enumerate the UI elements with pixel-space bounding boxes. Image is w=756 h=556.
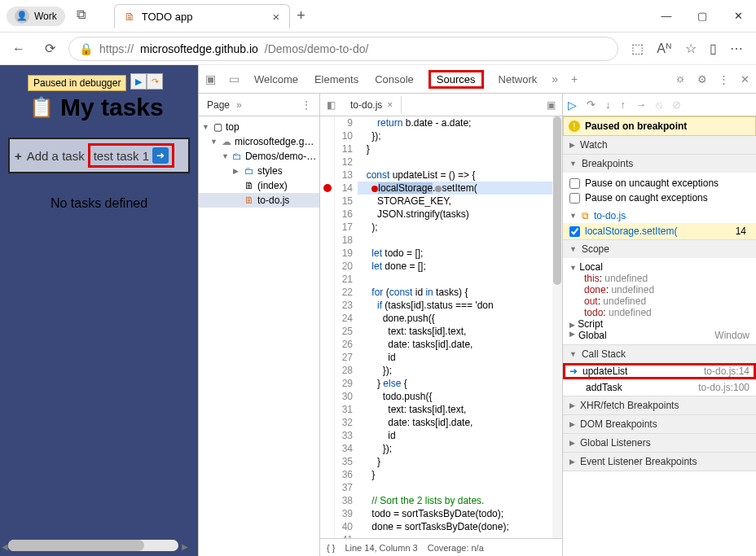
cursor-position: Line 14, Column 3 xyxy=(345,543,417,553)
step-over-icon[interactable]: ↷ xyxy=(147,73,163,90)
more-nav-tabs-icon[interactable]: » xyxy=(236,99,242,111)
url-field[interactable]: 🔒 https://microsoftedge.github.io/Demos/… xyxy=(68,37,618,61)
devtools: ▣ ▭ Welcome Elements Console Sources Net… xyxy=(198,65,756,556)
paused-badge: Paused in debugger xyxy=(28,75,126,91)
resume-icon[interactable]: ▶ xyxy=(130,73,147,90)
more-icon[interactable]: ⋯ xyxy=(730,41,743,56)
close-icon[interactable]: × xyxy=(272,10,279,24)
navigator-kebab-icon[interactable]: ⋮ xyxy=(301,99,311,111)
close-window-button[interactable]: ✕ xyxy=(720,0,756,33)
editor-statusbar: { } Line 14, Column 3 Coverage: n/a xyxy=(320,538,562,556)
section-scope[interactable]: ▼Scope xyxy=(563,240,756,258)
scope-global[interactable]: ▶ GlobalWindow xyxy=(569,330,749,341)
code-editor[interactable]: 9101112131415161718192021222324252627282… xyxy=(320,116,562,538)
stack-frame[interactable]: addTaskto-do.js:100 xyxy=(563,379,756,396)
step-into-button[interactable]: ↓ xyxy=(605,99,611,111)
maximize-button[interactable]: ▢ xyxy=(684,0,720,33)
issues-icon[interactable]: ⛭ xyxy=(675,73,686,85)
step-over-button[interactable]: ↷ xyxy=(587,99,596,111)
editor-more-icon[interactable]: ▣ xyxy=(540,99,562,111)
section-dom[interactable]: ▶DOM Breakpoints xyxy=(563,415,756,433)
settings-icon[interactable]: ⚙ xyxy=(697,73,707,85)
user-icon: 👤 xyxy=(15,9,29,24)
scope-var: out: undefined xyxy=(584,296,749,307)
section-xhr[interactable]: ▶XHR/fetch Breakpoints xyxy=(563,396,756,414)
tab-welcome[interactable]: Welcome xyxy=(253,70,300,89)
bp-entry[interactable]: localStorage.setItem(14 xyxy=(563,223,756,239)
close-editor-tab-icon[interactable]: × xyxy=(387,99,393,111)
tab-elements[interactable]: Elements xyxy=(313,70,360,89)
editor-scrollbar[interactable] xyxy=(552,116,562,538)
clipboard-icon: 📋 xyxy=(29,96,54,119)
stack-frame[interactable]: ➜updateListto-do.js:14 xyxy=(563,363,756,379)
step-out-button[interactable]: ↑ xyxy=(621,99,626,111)
tab-console[interactable]: Console xyxy=(373,70,415,89)
add-task-label: Add a task xyxy=(27,149,85,163)
section-breakpoints[interactable]: ▼Breakpoints xyxy=(563,155,756,173)
kebab-icon[interactable]: ⋮ xyxy=(719,73,729,85)
tree-domain[interactable]: ▼☁microsoftedge.g… xyxy=(199,134,319,149)
new-tab-button[interactable]: + xyxy=(297,7,305,24)
bp-file-row[interactable]: ▼⧉to-do.js xyxy=(563,208,756,223)
back-button[interactable]: ← xyxy=(7,42,31,56)
read-aloud-icon[interactable]: Aᴺ xyxy=(657,41,672,56)
coverage-status: Coverage: n/a xyxy=(428,543,484,553)
section-event-listener[interactable]: ▶Event Listener Breakpoints xyxy=(563,453,756,471)
tree-todojs[interactable]: 🗎to-do.js xyxy=(199,193,319,208)
file-tree: ▼▢top ▼☁microsoftedge.g… ▼🗀Demos/demo-… … xyxy=(199,116,319,211)
lock-icon: 🔒 xyxy=(79,42,93,55)
section-callstack[interactable]: ▼Call Stack xyxy=(563,345,756,363)
task-input[interactable]: test task 1 xyxy=(94,149,149,163)
titlebar: 👤 Work ⧉ 🗎 TODO app × + — ▢ ✕ xyxy=(0,0,756,33)
scope-var: this: undefined xyxy=(584,273,749,284)
pause-exceptions-button[interactable]: ⊘ xyxy=(672,99,681,111)
device-icon[interactable]: ▭ xyxy=(229,72,240,85)
pause-caught-checkbox[interactable]: Pause on caught exceptions xyxy=(569,190,749,205)
profile-label: Work xyxy=(34,11,57,22)
plus-icon: + xyxy=(15,149,22,163)
tree-top[interactable]: ▼▢top xyxy=(199,120,319,134)
profile-button[interactable]: 👤 Work xyxy=(7,7,65,26)
favorite-icon[interactable]: ☆ xyxy=(685,41,697,56)
tab-network[interactable]: Network xyxy=(497,70,539,89)
scope-var: done: undefined xyxy=(584,284,749,296)
minimize-button[interactable]: — xyxy=(648,0,684,33)
tab-sources[interactable]: Sources xyxy=(429,70,484,89)
navigator-tab-page[interactable]: Page xyxy=(207,99,230,111)
horizontal-scrollbar[interactable] xyxy=(8,540,178,551)
scope-local[interactable]: ▼ Local xyxy=(569,261,749,273)
debugger-pane: ▷ ↷ ↓ ↑ → ⦸ ⊘ !Paused on breakpoint ▶Wat… xyxy=(563,94,756,556)
navigator-toggle-icon[interactable]: ◧ xyxy=(327,99,336,111)
more-tabs-icon[interactable]: » xyxy=(552,72,558,85)
navigator-pane: Page » ⋮ ▼▢top ▼☁microsoftedge.g… ▼🗀Demo… xyxy=(199,94,320,556)
resume-button[interactable]: ▷ xyxy=(568,99,577,112)
pause-uncaught-checkbox[interactable]: Pause on uncaught exceptions xyxy=(569,176,749,190)
step-button[interactable]: → xyxy=(635,99,646,111)
paused-message: !Paused on breakpoint xyxy=(563,116,756,136)
deactivate-bp-button[interactable]: ⦸ xyxy=(656,99,662,112)
inspect-icon[interactable]: ▣ xyxy=(205,72,216,85)
close-devtools-icon[interactable]: ✕ xyxy=(741,73,749,85)
section-watch[interactable]: ▶Watch xyxy=(563,136,756,154)
scope-script[interactable]: ▶ Script xyxy=(569,318,749,330)
app-icon[interactable]: ⬚ xyxy=(631,41,644,56)
submit-task-button[interactable]: ➜ xyxy=(152,147,169,164)
collections-icon[interactable]: ▯ xyxy=(710,41,717,56)
document-icon: 🗎 xyxy=(125,11,135,23)
rendered-page: Paused in debugger ▶ ↷ 📋 My tasks + Add … xyxy=(0,65,198,556)
tree-folder[interactable]: ▼🗀Demos/demo-… xyxy=(199,149,319,164)
empty-state: No tasks defined xyxy=(8,196,190,211)
scroll-left-icon[interactable]: ◀ xyxy=(2,542,8,551)
tree-index[interactable]: 🗎(index) xyxy=(199,178,319,193)
editor-pane: ◧ to-do.js× ▣ 91011121314151617181920212… xyxy=(320,94,563,556)
section-global-listeners[interactable]: ▶Global Listeners xyxy=(563,434,756,452)
brackets-icon[interactable]: { } xyxy=(327,543,335,553)
add-tab-icon[interactable]: + xyxy=(571,72,578,85)
editor-tab[interactable]: to-do.js× xyxy=(342,96,402,114)
devtools-tabbar: ▣ ▭ Welcome Elements Console Sources Net… xyxy=(199,65,756,94)
workspace-icon[interactable]: ⧉ xyxy=(77,7,94,25)
refresh-button[interactable]: ⟳ xyxy=(37,41,62,56)
tree-styles[interactable]: ▶🗀styles xyxy=(199,164,319,178)
browser-tab[interactable]: 🗎 TODO app × xyxy=(114,4,290,28)
scroll-right-icon[interactable]: ▶ xyxy=(182,542,188,551)
